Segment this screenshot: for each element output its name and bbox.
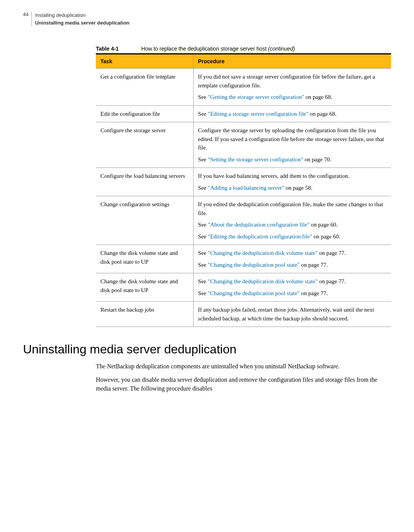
table-row: Change configuration settings If you edi… xyxy=(96,196,391,245)
cross-reference-link[interactable]: "Editing a storage server configuration … xyxy=(208,111,309,117)
cross-reference-link[interactable]: "Adding a load balancing server" xyxy=(208,185,284,191)
table-caption-text: How to replace the deduplication storage… xyxy=(141,46,268,52)
page-header: 44 Installing deduplication Uninstalling… xyxy=(23,11,391,26)
procedure-text: If you have load balancing servers, add … xyxy=(198,172,386,181)
column-header-task: Task xyxy=(96,54,193,69)
task-cell: Change configuration settings xyxy=(96,196,193,245)
procedure-text: See "Changing the deduplication disk vol… xyxy=(198,277,386,286)
section-name: Uninstalling media server deduplication xyxy=(35,19,129,27)
procedure-cell: See "Editing a storage server configurat… xyxy=(193,105,391,122)
task-cell: Change the disk volume state and disk po… xyxy=(96,245,193,273)
body-paragraph: The NetBackup deduplication components a… xyxy=(96,362,391,371)
page-number: 44 xyxy=(23,11,31,17)
table-row: Configure the load balancing servers If … xyxy=(96,168,391,196)
table-row: Change the disk volume state and disk po… xyxy=(96,273,391,302)
table-row: Restart the backup jobs If any backup jo… xyxy=(96,302,391,327)
procedure-text: See "Getting the storage server configur… xyxy=(198,93,386,102)
section-heading: Uninstalling media server deduplication xyxy=(23,342,391,356)
task-cell: Get a configuration file template xyxy=(96,69,193,106)
cross-reference-link[interactable]: "Changing the deduplication pool state" xyxy=(208,290,300,296)
procedure-text: If you edited the deduplication configur… xyxy=(198,200,386,217)
cross-reference-link[interactable]: "Changing the deduplication disk volume … xyxy=(208,278,318,284)
table-row: Configure the storage server Configure t… xyxy=(96,122,391,168)
procedure-text: If any backup jobs failed, restart those… xyxy=(198,305,386,323)
table-label: Table 4-1 xyxy=(96,46,140,52)
table-row: Change the disk volume state and disk po… xyxy=(96,245,391,273)
task-cell: Edit the configuration file xyxy=(96,105,193,122)
procedure-cell: If you edited the deduplication configur… xyxy=(193,196,391,245)
procedure-cell: If any backup jobs failed, restart those… xyxy=(193,302,391,327)
cross-reference-link[interactable]: "Changing the deduplication disk volume … xyxy=(208,250,318,256)
procedure-cell: If you did not save a storage server con… xyxy=(193,69,391,106)
procedure-cell: If you have load balancing servers, add … xyxy=(193,168,391,196)
task-cell: Configure the storage server xyxy=(96,122,193,168)
procedure-text: See "Changing the deduplication disk vol… xyxy=(198,249,386,258)
procedure-text: See "Adding a load balancing server" on … xyxy=(198,184,386,192)
procedure-table: Task Procedure Get a configuration file … xyxy=(96,53,391,327)
procedure-cell: See "Changing the deduplication disk vol… xyxy=(193,245,391,273)
procedure-text: Configure the storage server by uploadin… xyxy=(198,126,386,152)
procedure-cell: See "Changing the deduplication disk vol… xyxy=(193,273,391,302)
procedure-text: See "Editing the deduplication configura… xyxy=(198,232,386,241)
chapter-name: Installing deduplication xyxy=(35,11,129,19)
procedure-text: If you did not save a storage server con… xyxy=(198,72,386,90)
cross-reference-link[interactable]: "Editing the deduplication configuration… xyxy=(208,233,312,240)
cross-reference-link[interactable]: "Setting the storage server configuratio… xyxy=(208,156,303,163)
table-row: Edit the configuration file See "Editing… xyxy=(96,105,391,122)
column-header-procedure: Procedure xyxy=(193,54,391,69)
task-cell: Restart the backup jobs xyxy=(96,302,193,327)
procedure-text: See "Editing a storage server configurat… xyxy=(198,110,386,118)
table-row: Get a configuration file template If you… xyxy=(96,69,391,106)
procedure-text: See "Setting the storage server configur… xyxy=(198,155,386,164)
procedure-text: See "About the deduplication configurati… xyxy=(198,220,386,229)
procedure-text: See "Changing the deduplication pool sta… xyxy=(198,289,386,298)
task-cell: Configure the load balancing servers xyxy=(96,168,193,196)
cross-reference-link[interactable]: "About the deduplication configuration f… xyxy=(208,222,310,228)
procedure-cell: Configure the storage server by uploadin… xyxy=(193,122,391,168)
procedure-text: See "Changing the deduplication pool sta… xyxy=(198,261,386,269)
cross-reference-link[interactable]: "Changing the deduplication pool state" xyxy=(208,262,300,268)
body-paragraph: However, you can disable media server de… xyxy=(96,375,391,393)
table-caption: Table 4-1 How to replace the deduplicati… xyxy=(96,46,391,52)
table-continued: (continued) xyxy=(268,46,295,52)
cross-reference-link[interactable]: "Getting the storage server configuratio… xyxy=(208,94,304,100)
task-cell: Change the disk volume state and disk po… xyxy=(96,273,193,302)
